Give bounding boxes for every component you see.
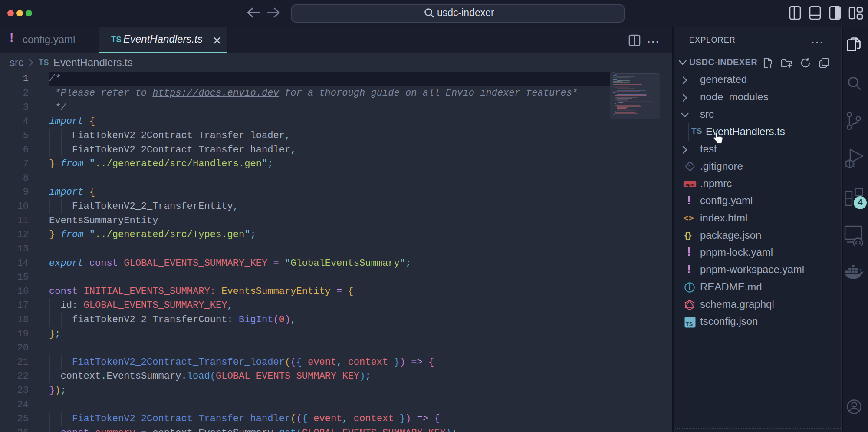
svg-text:TS: TS [686, 321, 693, 327]
svg-text:npm: npm [685, 182, 694, 187]
